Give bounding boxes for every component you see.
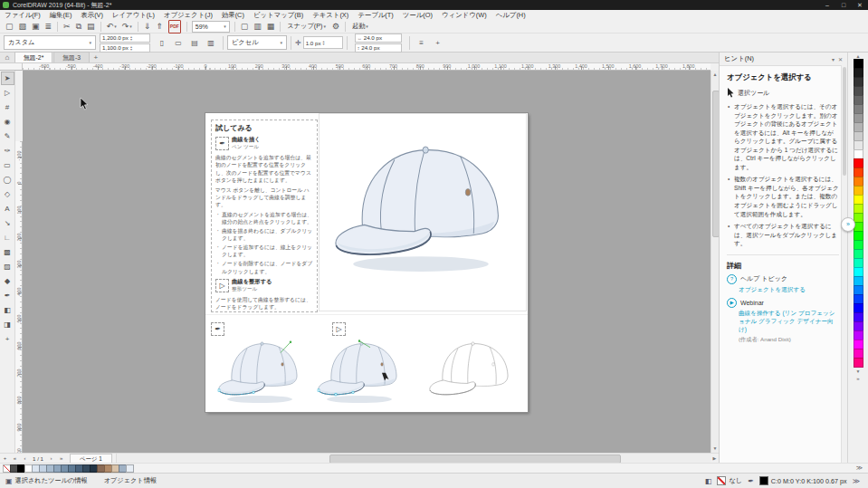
docker-scroll-thumb[interactable] bbox=[843, 67, 846, 176]
page-1-tab[interactable]: ページ 1 bbox=[70, 454, 112, 464]
cap-lineart[interactable] bbox=[425, 337, 516, 406]
toolbar-export-button[interactable]: ⇑ bbox=[154, 21, 165, 33]
rectangle-tool[interactable]: ▭ bbox=[1, 158, 14, 172]
launch-button[interactable]: 起動▾ bbox=[348, 21, 372, 33]
spinner-icon[interactable]: ▴▾ bbox=[130, 35, 132, 41]
cap-photo-small-2[interactable] bbox=[314, 337, 405, 406]
docker-options-icon[interactable]: ▾ bbox=[832, 56, 835, 62]
palette-scroll-up-icon[interactable]: ▲ bbox=[848, 53, 868, 60]
add-page-button[interactable]: + bbox=[0, 454, 10, 463]
fill-tool[interactable]: ◧ bbox=[1, 303, 14, 317]
document-page[interactable]: 試してみる ✒曲線を描くペン ツール曲線のセグメントを追加する場合は、最初のノー… bbox=[205, 113, 528, 412]
toolbar-full-screen-preview-button[interactable]: ▢ bbox=[239, 21, 251, 33]
toolbar-undo-button[interactable]: ↶▾ bbox=[105, 21, 119, 33]
palette-swatch-33[interactable] bbox=[854, 358, 863, 368]
crop-tool[interactable]: # bbox=[1, 100, 14, 114]
page-size-preset-combo[interactable]: カスタム▾ bbox=[4, 35, 96, 50]
menu-item-2[interactable]: 表示(V) bbox=[76, 10, 108, 20]
toolbar-open-button[interactable]: ▧ bbox=[17, 21, 29, 33]
portrait-button[interactable]: ▯ bbox=[155, 35, 169, 50]
doc-palette-swatch-17[interactable] bbox=[126, 464, 134, 473]
drop-shadow-tool[interactable]: ▩ bbox=[1, 245, 14, 259]
menu-item-5[interactable]: 効果(C) bbox=[217, 10, 249, 20]
next-page-button[interactable]: › bbox=[46, 454, 56, 463]
text-tool[interactable]: A bbox=[1, 202, 14, 215]
outline-pen-tool[interactable]: ✒ bbox=[1, 289, 14, 302]
landscape-button[interactable]: ▭ bbox=[171, 35, 186, 50]
current-page-button[interactable]: ▤ bbox=[187, 35, 202, 50]
new-tab-button[interactable]: + bbox=[91, 53, 101, 62]
snap-button[interactable]: スナップ(P)▾ bbox=[283, 21, 329, 33]
webinar-link[interactable]: 曲線を操作する (リン プロフェッショナル グラフィック デザイナー向け) bbox=[739, 309, 839, 334]
units-combo[interactable]: ピクセル▾ bbox=[227, 35, 287, 50]
toolbar-copy-button[interactable]: ⧉ bbox=[74, 21, 83, 33]
horizontal-ruler[interactable]: -600-500-400-300-200-1000100200300400500… bbox=[23, 63, 711, 71]
document-palette-options-icon[interactable]: ≫ bbox=[856, 464, 863, 472]
zoom-tool[interactable]: ◉ bbox=[1, 115, 14, 129]
pick-tool[interactable]: ➤ bbox=[1, 72, 14, 85]
last-page-button[interactable]: » bbox=[56, 454, 66, 463]
drawing-canvas[interactable]: 試してみる ✒曲線を描くペン ツール曲線のセグメントを追加する場合は、最初のノー… bbox=[23, 71, 711, 453]
menu-item-4[interactable]: オブジェクト(J) bbox=[159, 10, 217, 20]
ruler-origin-corner[interactable] bbox=[0, 63, 23, 71]
page-width-field[interactable]: 1,200.0 px▴▾ bbox=[100, 33, 150, 43]
toolbar-print-button[interactable]: ≣ bbox=[43, 21, 54, 33]
more-tools[interactable]: + bbox=[1, 332, 14, 346]
menu-item-7[interactable]: テキスト(X) bbox=[308, 10, 353, 20]
vertical-scrollbar[interactable]: ▲ ▼ bbox=[711, 71, 719, 453]
status-options-icon[interactable]: ≫ bbox=[853, 477, 860, 485]
toolbar-save-button[interactable]: ▣ bbox=[30, 21, 42, 33]
freehand-tool[interactable]: ✎ bbox=[1, 129, 14, 143]
menu-item-6[interactable]: ビットマップ(B) bbox=[249, 10, 308, 20]
toolbar-view-grid-button[interactable]: ▦ bbox=[265, 21, 277, 33]
minimize-button[interactable]: – bbox=[819, 0, 835, 10]
previous-page-button[interactable]: ‹ bbox=[20, 454, 30, 463]
menu-item-1[interactable]: 編集(E) bbox=[45, 10, 77, 20]
document-tab-0[interactable]: 無題-2* bbox=[14, 52, 52, 62]
vertical-ruler[interactable]: -10001002003004005006007008009001,0001,1… bbox=[15, 141, 23, 488]
home-tab-icon[interactable]: ⌂ bbox=[0, 53, 14, 62]
spinner-icon[interactable]: ▴▾ bbox=[130, 45, 132, 51]
add-control-button[interactable]: + bbox=[431, 35, 445, 50]
close-button[interactable]: ✕ bbox=[852, 0, 868, 10]
toolbar-paste-button[interactable]: ▤ bbox=[85, 21, 97, 33]
menu-item-11[interactable]: ヘルプ(H) bbox=[491, 10, 530, 20]
shape-tool[interactable]: ▷ bbox=[1, 86, 14, 100]
spinner-icon[interactable]: ▴▾ bbox=[323, 40, 325, 45]
transparency-tool[interactable]: ▨ bbox=[1, 260, 14, 273]
document-tab-1[interactable]: 無題-3 bbox=[53, 52, 90, 62]
docker-expand-icon[interactable]: » bbox=[841, 217, 855, 232]
cap-photo-large[interactable] bbox=[327, 136, 515, 277]
connector-tool[interactable]: ∟ bbox=[1, 231, 14, 244]
toolbar-import-button[interactable]: ⇓ bbox=[142, 21, 153, 33]
polygon-tool[interactable]: ◇ bbox=[1, 187, 14, 201]
toolbar-options-button[interactable]: ⚙ bbox=[330, 21, 341, 33]
menu-item-0[interactable]: ファイル(F) bbox=[0, 10, 45, 20]
page-height-field[interactable]: 1,100.0 px▴▾ bbox=[100, 43, 150, 53]
duplicate-distance-y-field[interactable]: ↕ 24.0 px bbox=[355, 43, 402, 53]
interactive-fill-tool[interactable]: ◨ bbox=[1, 318, 14, 331]
docker-title-tab[interactable]: ヒント(N) bbox=[724, 54, 754, 63]
cap-photo-small-1[interactable] bbox=[215, 337, 305, 406]
nudge-distance-field[interactable]: 1.0 px▴▾ bbox=[303, 36, 343, 49]
help-topic-link[interactable]: オブジェクトを選択する bbox=[739, 285, 839, 293]
first-page-button[interactable]: « bbox=[10, 454, 20, 463]
palette-flyout-icon[interactable]: » bbox=[848, 375, 868, 383]
ellipse-tool[interactable]: ◯ bbox=[1, 173, 14, 187]
zoom-level-combo[interactable]: 59%▾ bbox=[192, 21, 230, 33]
scroll-down-icon[interactable]: ▼ bbox=[711, 445, 719, 453]
toolbar-redo-button[interactable]: ↷▾ bbox=[120, 21, 134, 33]
menu-item-9[interactable]: ツール(O) bbox=[398, 10, 437, 20]
artistic-media-tool[interactable]: ✑ bbox=[1, 144, 14, 158]
menu-item-10[interactable]: ウィンドウ(W) bbox=[437, 10, 491, 20]
dimension-tool[interactable]: ↘ bbox=[1, 216, 14, 230]
menu-item-3[interactable]: レイアウト(L) bbox=[108, 10, 159, 20]
scroll-up-icon[interactable]: ▲ bbox=[711, 71, 719, 79]
horizontal-scrollbar[interactable] bbox=[116, 454, 711, 463]
toolbar-view-rulers-button[interactable]: ▥ bbox=[252, 21, 263, 33]
menu-item-8[interactable]: テーブル(T) bbox=[353, 10, 398, 20]
color-eyedropper-tool[interactable]: ◆ bbox=[1, 274, 14, 288]
scroll-right-icon[interactable]: ▶ bbox=[711, 455, 719, 461]
docker-scrollbar[interactable] bbox=[841, 65, 847, 463]
maximize-button[interactable]: □ bbox=[835, 0, 852, 10]
